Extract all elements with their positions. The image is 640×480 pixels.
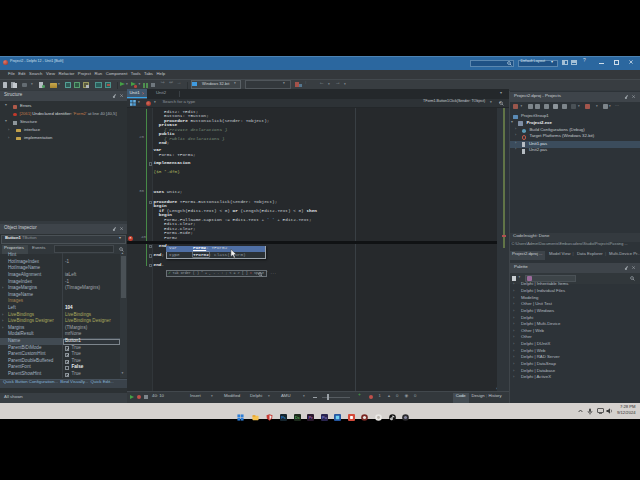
svg-text:Pu: Pu	[322, 415, 327, 420]
svg-text:Pr: Pr	[309, 415, 314, 420]
svg-text:Ps: Ps	[281, 415, 286, 420]
svg-text:Dc: Dc	[295, 415, 300, 420]
